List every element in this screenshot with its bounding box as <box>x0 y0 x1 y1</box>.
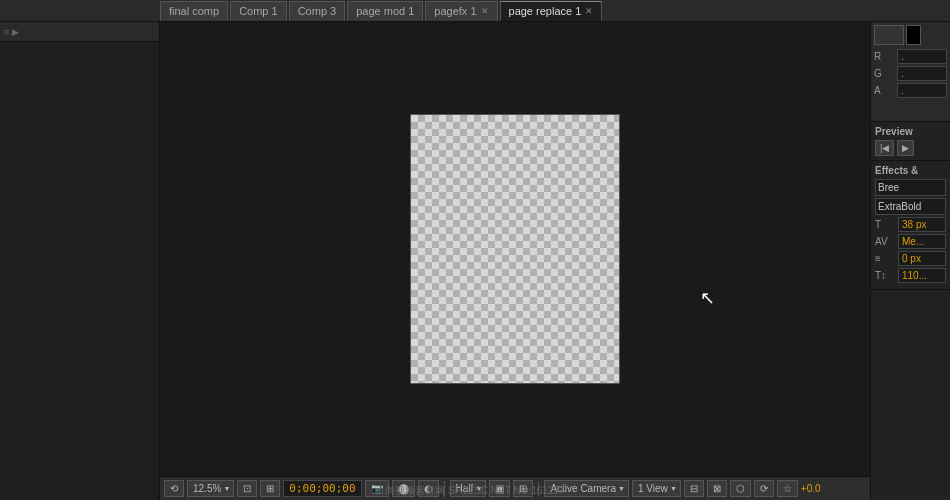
bg-color-swatch[interactable] <box>906 25 921 45</box>
tracking-value: Me... <box>898 234 946 249</box>
composition-canvas <box>410 114 620 384</box>
cursor-arrow: ↖ <box>700 287 715 309</box>
tab-label: pagefx 1 <box>434 5 476 17</box>
effects-label: Effects & <box>875 165 946 176</box>
center-area: ↖ ⟲ 12.5% ⊡ ⊞ 0;00;00;00 📷 ⬤ ◐ Half ▣ ⊞ <box>160 22 870 500</box>
a-label: A <box>874 85 894 96</box>
left-panel: ≡ ▶ <box>0 22 160 500</box>
watermark: 尚视频素材网 SP.JZSC.NET NO:161297 <box>0 484 950 498</box>
kerning-value: 110... <box>898 268 946 283</box>
font-style-value: ExtraBold <box>878 201 921 212</box>
tab-label: Comp 3 <box>298 5 337 17</box>
left-panel-controls: ≡ ▶ <box>4 27 19 37</box>
tab-comp3[interactable]: Comp 3 <box>289 1 346 21</box>
tab-pagemod1[interactable]: page mod 1 <box>347 1 423 21</box>
color-info-section: R . G . A . <box>871 22 950 122</box>
tracking-label: AV <box>875 236 895 247</box>
tab-comp1[interactable]: Comp 1 <box>230 1 287 21</box>
left-panel-content <box>0 42 159 500</box>
leading-value: 0 px <box>898 251 946 266</box>
kerning-label: T↕ <box>875 270 895 281</box>
tab-final-comp[interactable]: final comp <box>160 1 228 21</box>
tab-label: Comp 1 <box>239 5 278 17</box>
watermark-text: 尚视频素材网 SP.JZSC.NET NO:161297 <box>385 485 564 496</box>
r-value: . <box>897 49 947 64</box>
g-channel-row: G . <box>874 66 947 81</box>
fg-color-swatch[interactable] <box>874 25 904 45</box>
font-size-row: T 38 px <box>875 217 946 232</box>
preview-prev-btn[interactable]: |◀ <box>875 140 894 156</box>
tab-close-icon[interactable]: ✕ <box>481 6 489 16</box>
font-style-input[interactable]: ExtraBold <box>875 198 946 215</box>
tab-label: page replace 1 <box>509 5 582 17</box>
r-label: R <box>874 51 894 62</box>
tracking-row: AV Me... <box>875 234 946 249</box>
tab-close-icon[interactable]: ✕ <box>585 6 593 16</box>
r-channel-row: R . <box>874 49 947 64</box>
a-channel-row: A . <box>874 83 947 98</box>
kerning-row: T↕ 110... <box>875 268 946 283</box>
g-label: G <box>874 68 894 79</box>
preview-section: Preview |◀ ▶ <box>871 122 950 161</box>
size-value: 38 px <box>898 217 946 232</box>
tab-pagereplace1[interactable]: page replace 1 ✕ <box>500 1 603 21</box>
font-name-input[interactable]: Bree <box>875 179 946 196</box>
g-value: . <box>897 66 947 81</box>
size-label: T <box>875 219 895 230</box>
tab-label: page mod 1 <box>356 5 414 17</box>
checker-background <box>411 115 619 383</box>
leading-label: ≡ <box>875 253 895 264</box>
a-value: . <box>897 83 947 98</box>
tab-label: final comp <box>169 5 219 17</box>
preview-play-btn[interactable]: ▶ <box>897 140 914 156</box>
effects-section: Effects & Bree ExtraBold T 38 px AV Me..… <box>871 161 950 290</box>
tab-pagefx1[interactable]: pagefx 1 ✕ <box>425 1 497 21</box>
top-tab-bar: final comp Comp 1 Comp 3 page mod 1 page… <box>0 0 950 22</box>
viewer-area: ↖ <box>160 22 870 476</box>
main-layout: ≡ ▶ ↖ ⟲ 12.5% ⊡ ⊞ 0;00;00;00 📷 ⬤ ◐ <box>0 22 950 500</box>
right-panel: R . G . A . Preview |◀ ▶ Effects & Bree <box>870 22 950 500</box>
font-name-value: Bree <box>878 182 899 193</box>
left-panel-header: ≡ ▶ <box>0 22 159 42</box>
preview-label: Preview <box>875 126 946 137</box>
leading-row: ≡ 0 px <box>875 251 946 266</box>
